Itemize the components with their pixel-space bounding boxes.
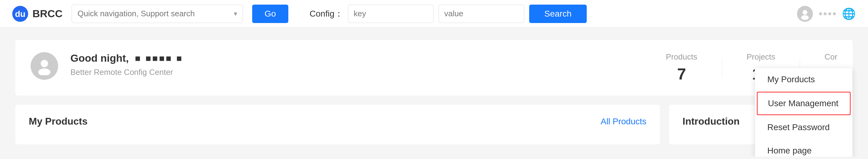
header-right: 🌐 — [797, 6, 856, 22]
dropdown-item-home-page[interactable]: Home page — [755, 139, 852, 157]
quick-nav-input[interactable] — [78, 9, 231, 19]
stat-projects-label: Projects — [746, 52, 775, 62]
intro-title: Introduction — [683, 116, 740, 127]
greeting-text: Good night, — [70, 52, 129, 64]
stat-products-value: 7 — [666, 65, 698, 83]
profile-avatar — [31, 52, 58, 80]
app-title: BRCC — [32, 8, 62, 20]
config-value-input[interactable] — [439, 5, 524, 23]
svg-point-2 — [803, 10, 807, 15]
app-switcher-icon[interactable] — [819, 12, 836, 15]
svg-text:du: du — [15, 9, 25, 19]
nav-search-wrapper[interactable]: ▾ — [72, 5, 243, 23]
nav-search-dropdown-icon[interactable]: ▾ — [234, 10, 237, 18]
svg-point-3 — [801, 15, 809, 20]
dropdown-item-user-management[interactable]: User Management — [757, 92, 850, 115]
all-products-link[interactable]: All Products — [601, 117, 646, 127]
stat-products-label: Products — [666, 52, 698, 62]
user-dropdown-menu: My Porducts User Management Reset Passwo… — [755, 68, 853, 157]
search-button[interactable]: Search — [529, 5, 587, 23]
svg-point-5 — [38, 69, 51, 75]
language-globe-icon[interactable]: 🌐 — [842, 7, 856, 20]
profile-dropdown-wrapper: Good night, ■ ■■■■ ■ Better Remote Confi… — [15, 40, 853, 96]
go-button[interactable]: Go — [252, 5, 288, 23]
stat-cor-label: Cor — [825, 52, 837, 62]
baidu-logo-icon: du — [12, 6, 28, 22]
dropdown-item-reset-password[interactable]: Reset Password — [755, 116, 852, 139]
greeting-line: Good night, ■ ■■■■ ■ — [70, 52, 654, 64]
my-products-header: My Products All Products — [29, 116, 646, 127]
config-label: Config： — [310, 8, 343, 20]
header: du BRCC ▾ Go Config： Search 🌐 — [0, 0, 868, 28]
profile-section: Good night, ■ ■■■■ ■ Better Remote Confi… — [15, 40, 853, 96]
dropdown-item-my-products[interactable]: My Porducts — [755, 68, 852, 91]
stat-products: Products 7 — [666, 52, 698, 83]
logo-area: du BRCC — [12, 6, 62, 22]
main-content: Good night, ■ ■■■■ ■ Better Remote Confi… — [0, 28, 868, 157]
config-area: Config： Search — [310, 5, 587, 23]
stat-cor: Cor — [825, 52, 837, 65]
products-intro-wrapper: My Products All Products Introduction — [15, 105, 853, 144]
svg-point-4 — [41, 60, 48, 67]
username-masked: ■ ■■■■ ■ — [135, 53, 183, 63]
my-products-section: My Products All Products — [15, 105, 660, 144]
stat-separator-1 — [722, 59, 722, 77]
my-products-title: My Products — [29, 116, 88, 127]
user-avatar-icon[interactable] — [797, 6, 813, 22]
user-info: Good night, ■ ■■■■ ■ Better Remote Confi… — [70, 52, 654, 77]
profile-subtitle: Better Remote Config Center — [70, 68, 173, 77]
config-key-input[interactable] — [348, 5, 434, 23]
